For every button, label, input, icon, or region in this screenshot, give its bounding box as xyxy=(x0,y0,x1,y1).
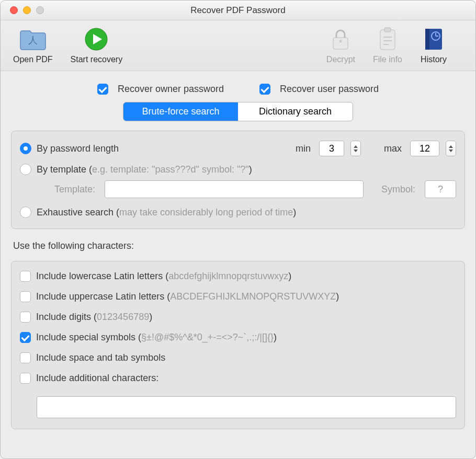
svg-rect-5 xyxy=(380,30,395,50)
search-mode-tabs: Brute-force search Dictionary search xyxy=(123,102,353,121)
recover-user-checkbox[interactable] xyxy=(259,84,270,95)
open-pdf-label: Open PDF xyxy=(13,55,53,64)
by-template-hint: e.g. template: "pass???d" symbol: "?" xyxy=(92,164,249,175)
by-length-row: By password length min max xyxy=(20,141,456,156)
history-label: History xyxy=(421,55,447,64)
by-template-close: ) xyxy=(249,164,252,175)
uppercase-label: Include uppercase Latin letters ( xyxy=(36,291,170,302)
by-template-radio[interactable] xyxy=(20,164,31,175)
space-checkbox[interactable] xyxy=(20,352,31,363)
history-button[interactable]: History xyxy=(420,26,447,64)
min-label: min xyxy=(296,143,311,154)
digits-checkbox[interactable] xyxy=(20,312,31,323)
clipboard-icon xyxy=(374,26,401,53)
min-input[interactable] xyxy=(319,141,344,156)
titlebar: Recover PDF Password xyxy=(1,1,475,20)
svg-text:人: 人 xyxy=(28,35,38,45)
recover-owner-checkbox[interactable] xyxy=(97,84,108,95)
method-box: By password length min max By template (… xyxy=(11,131,465,229)
exhaustive-radio[interactable] xyxy=(20,206,31,218)
special-checkbox[interactable] xyxy=(20,332,31,343)
max-label: max xyxy=(384,143,402,154)
svg-rect-6 xyxy=(384,28,391,32)
lowercase-hint: abcdefghijklmnopqrstuvwxyz xyxy=(168,271,288,281)
uppercase-hint: ABCDEFGHIJKLMNOPQRSTUVWXYZ xyxy=(170,291,336,302)
digits-hint: 0123456789 xyxy=(97,312,149,322)
additional-label: Include additional characters: xyxy=(36,373,158,384)
min-stepper[interactable] xyxy=(350,141,361,156)
recover-user-label: Recover user password xyxy=(280,84,379,95)
chars-heading: Use the following characters: xyxy=(13,240,463,251)
by-template-label: By template ( xyxy=(37,164,92,175)
exhaustive-hint: may take considerably long period of tim… xyxy=(119,207,293,217)
content-area: Recover owner password Recover user pass… xyxy=(1,71,475,458)
template-input[interactable] xyxy=(105,180,364,198)
digits-row: Include digits (0123456789) xyxy=(20,312,456,323)
folder-pdf-icon: 人 xyxy=(19,26,47,53)
lowercase-close: ) xyxy=(288,271,291,281)
max-input[interactable] xyxy=(410,141,439,156)
exhaustive-close: ) xyxy=(293,207,296,217)
symbol-input[interactable] xyxy=(425,180,456,198)
chars-box: Include lowercase Latin letters (abcdefg… xyxy=(11,261,465,429)
uppercase-close: ) xyxy=(336,291,339,302)
exhaustive-row: Exhaustive search (may take considerably… xyxy=(20,206,456,218)
recover-owner-label: Recover owner password xyxy=(118,84,224,95)
symbol-field-label: Symbol: xyxy=(381,184,415,195)
toolbar: 人 Open PDF Start recovery * xyxy=(1,20,475,71)
start-recovery-button[interactable]: Start recovery xyxy=(71,26,123,64)
tab-dictionary[interactable]: Dictionary search xyxy=(238,102,353,121)
special-hint: §±!@#$%^&*0_+-=<>?~`,.;:/|[]{} xyxy=(141,332,274,342)
tab-brute-force[interactable]: Brute-force search xyxy=(123,102,238,121)
exhaustive-label: Exhaustive search ( xyxy=(37,207,119,217)
start-recovery-label: Start recovery xyxy=(71,55,123,64)
lock-icon: * xyxy=(327,26,354,53)
window-title: Recover PDF Password xyxy=(1,5,475,16)
digits-close: ) xyxy=(149,312,152,322)
by-length-label: By password length xyxy=(37,143,119,154)
additional-checkbox[interactable] xyxy=(20,373,31,384)
lowercase-row: Include lowercase Latin letters (abcdefg… xyxy=(20,271,456,282)
book-clock-icon xyxy=(420,26,447,53)
by-template-row: By template (e.g. template: "pass???d" s… xyxy=(20,164,456,175)
decrypt-button[interactable]: * Decrypt xyxy=(326,26,355,64)
template-input-row: Template: Symbol: xyxy=(20,180,456,198)
svg-rect-11 xyxy=(425,29,429,50)
max-stepper[interactable] xyxy=(446,141,456,156)
space-label: Include space and tab symbols xyxy=(36,352,165,363)
digits-label: Include digits ( xyxy=(36,312,97,322)
open-pdf-button[interactable]: 人 Open PDF xyxy=(13,26,53,64)
uppercase-row: Include uppercase Latin letters (ABCDEFG… xyxy=(20,291,456,302)
file-info-label: File info xyxy=(373,55,402,64)
play-icon xyxy=(83,26,110,53)
additional-row: Include additional characters: xyxy=(20,373,456,384)
uppercase-checkbox[interactable] xyxy=(20,291,31,302)
lowercase-label: Include lowercase Latin letters ( xyxy=(36,271,168,281)
by-length-radio[interactable] xyxy=(20,143,31,154)
decrypt-label: Decrypt xyxy=(326,55,355,64)
special-row: Include special symbols (§±!@#$%^&*0_+-=… xyxy=(20,332,456,343)
additional-input[interactable] xyxy=(37,396,456,418)
space-row: Include space and tab symbols xyxy=(20,352,456,363)
special-close: ) xyxy=(274,332,277,342)
recover-type-row: Recover owner password Recover user pass… xyxy=(11,84,465,95)
file-info-button[interactable]: File info xyxy=(373,26,402,64)
template-field-label: Template: xyxy=(38,184,95,195)
app-window: Recover PDF Password 人 Open PDF Start re… xyxy=(0,0,476,459)
lowercase-checkbox[interactable] xyxy=(20,271,31,282)
special-label: Include special symbols ( xyxy=(36,332,141,342)
svg-text:*: * xyxy=(339,39,342,48)
